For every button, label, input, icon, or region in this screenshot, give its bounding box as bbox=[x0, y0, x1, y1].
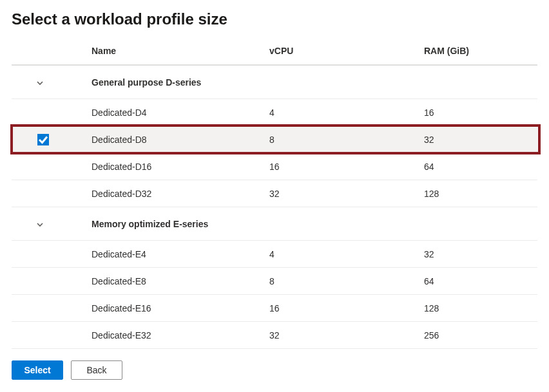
row-ram: 64 bbox=[419, 271, 535, 292]
group-label: Memory optimized E-series bbox=[86, 214, 264, 234]
row-ram: 32 bbox=[419, 129, 535, 150]
table-row[interactable]: Dedicated-E8 8 64 bbox=[12, 268, 537, 295]
row-name: Dedicated-D16 bbox=[86, 156, 264, 177]
row-name: Dedicated-E16 bbox=[86, 298, 264, 319]
table-row[interactable]: Dedicated-D16 16 64 bbox=[12, 153, 537, 180]
column-header-ram[interactable]: RAM (GiB) bbox=[419, 42, 535, 62]
column-header-name[interactable]: Name bbox=[86, 42, 264, 62]
row-ram: 32 bbox=[419, 244, 535, 265]
page-title: Select a workload profile size bbox=[12, 10, 537, 28]
group-label: General purpose D-series bbox=[86, 72, 264, 93]
checkmark-icon bbox=[37, 134, 49, 145]
footer-actions: Select Back bbox=[12, 360, 537, 380]
row-name: Dedicated-E32 bbox=[86, 325, 264, 346]
column-header-vcpu[interactable]: vCPU bbox=[264, 42, 419, 62]
row-vcpu: 16 bbox=[264, 156, 419, 177]
row-ram: 64 bbox=[419, 156, 535, 177]
row-vcpu: 8 bbox=[264, 129, 419, 150]
table-row[interactable]: Dedicated-D32 32 128 bbox=[12, 180, 537, 207]
table-row[interactable]: Dedicated-D4 4 16 bbox=[12, 99, 537, 126]
row-name: Dedicated-E8 bbox=[86, 271, 264, 292]
table-row-selected[interactable]: Dedicated-D8 8 32 bbox=[12, 126, 537, 153]
row-name: Dedicated-D4 bbox=[86, 102, 264, 123]
row-vcpu: 32 bbox=[264, 325, 419, 346]
back-button[interactable]: Back bbox=[71, 360, 122, 380]
table-row[interactable]: Dedicated-E32 32 256 bbox=[12, 322, 537, 349]
chevron-down-icon bbox=[36, 79, 44, 86]
row-ram: 16 bbox=[419, 102, 535, 123]
row-vcpu: 8 bbox=[264, 271, 419, 292]
table-header-row: Name vCPU RAM (GiB) bbox=[12, 40, 537, 66]
group-header[interactable]: General purpose D-series bbox=[12, 66, 537, 99]
row-vcpu: 16 bbox=[264, 298, 419, 319]
group-header[interactable]: Memory optimized E-series bbox=[12, 207, 537, 241]
table-row[interactable]: Dedicated-E4 4 32 bbox=[12, 241, 537, 268]
row-vcpu: 32 bbox=[264, 183, 419, 204]
row-vcpu: 4 bbox=[264, 102, 419, 123]
profile-table: Name vCPU RAM (GiB) General purpose D-se… bbox=[12, 40, 537, 349]
row-name: Dedicated-E4 bbox=[86, 244, 264, 265]
header-spacer bbox=[14, 47, 86, 57]
row-name: Dedicated-D32 bbox=[86, 183, 264, 204]
chevron-down-icon bbox=[36, 220, 44, 228]
row-name: Dedicated-D8 bbox=[86, 129, 264, 150]
row-ram: 128 bbox=[419, 183, 535, 204]
row-ram: 128 bbox=[419, 298, 535, 319]
select-button[interactable]: Select bbox=[12, 360, 63, 380]
table-row[interactable]: Dedicated-E16 16 128 bbox=[12, 295, 537, 322]
row-ram: 256 bbox=[419, 325, 535, 346]
row-vcpu: 4 bbox=[264, 244, 419, 265]
